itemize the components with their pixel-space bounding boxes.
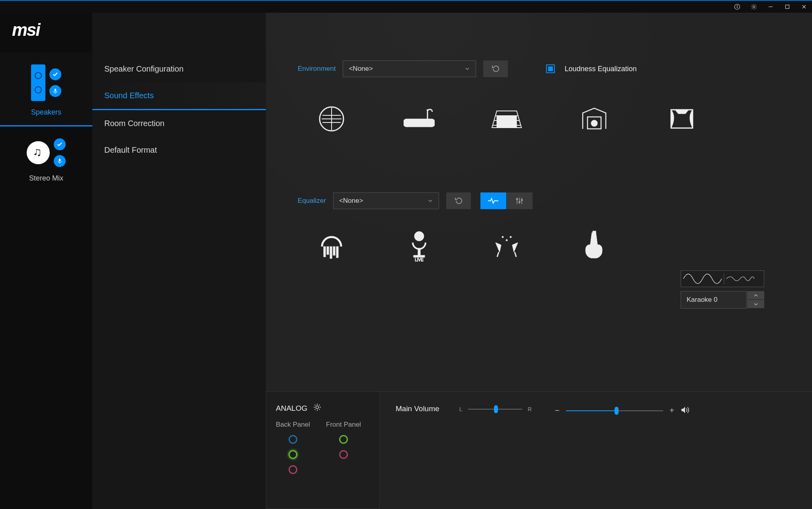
svg-point-2	[737, 5, 738, 6]
environment-row: Environment <None> Loudness Equalization	[298, 60, 788, 77]
device-default-badge[interactable]	[49, 68, 61, 80]
settings-nav: Speaker Configuration Sound Effects Room…	[92, 13, 266, 509]
equalizer-row: Equalizer <None>	[298, 192, 788, 209]
device-speakers[interactable]: Speakers	[0, 52, 92, 126]
device-mic-badge[interactable]	[54, 155, 66, 167]
volume-increase-button[interactable]: +	[669, 406, 675, 415]
eq-preset-club[interactable]	[489, 228, 525, 264]
svg-rect-26	[324, 247, 326, 257]
speaker-icon	[31, 64, 45, 101]
balance-r-label: R	[528, 406, 532, 412]
port-front-pink[interactable]	[339, 450, 348, 459]
svg-rect-29	[333, 247, 335, 255]
svg-rect-27	[327, 247, 329, 254]
svg-point-18	[591, 120, 597, 126]
port-back-pink[interactable]	[289, 465, 297, 474]
equalizer-dropdown[interactable]: <None>	[333, 192, 439, 209]
svg-rect-8	[55, 89, 56, 91]
svg-point-35	[506, 239, 507, 241]
svg-point-37	[510, 236, 511, 238]
env-preset-sewer-pipe[interactable]	[314, 101, 349, 137]
svg-point-24	[519, 201, 520, 203]
env-preset-hangar[interactable]	[576, 101, 612, 137]
karaoke-step-down[interactable]	[747, 300, 764, 309]
minimize-button[interactable]	[766, 2, 775, 12]
environment-reset-button[interactable]	[483, 60, 508, 77]
svg-rect-28	[330, 247, 332, 258]
equalizer-selected: <None>	[339, 197, 363, 205]
device-mic-badge[interactable]	[49, 85, 61, 97]
env-preset-arena[interactable]	[489, 101, 525, 137]
bottom-panel: ANALOG Back Panel Front Panel	[266, 391, 812, 509]
eq-preset-pop[interactable]	[314, 228, 349, 264]
eq-preset-rock[interactable]	[576, 228, 612, 264]
main-volume-slider[interactable]: − .track.fill::before{width:50%;} +	[554, 406, 689, 415]
eq-mode-graphic-button[interactable]	[480, 192, 507, 209]
svg-rect-33	[414, 255, 425, 257]
svg-point-36	[502, 236, 504, 238]
loudness-checkbox[interactable]	[546, 64, 555, 73]
settings-icon[interactable]	[749, 2, 759, 12]
karaoke-value: Karaoke 0	[687, 296, 718, 304]
volume-decrease-button[interactable]: −	[554, 406, 560, 415]
info-icon[interactable]	[732, 2, 742, 12]
eq-preset-live[interactable]: LIVE	[401, 228, 437, 264]
balance-slider[interactable]: L R	[459, 406, 532, 412]
equalizer-presets: LIVE	[314, 228, 788, 264]
back-panel-label: Back Panel	[276, 421, 310, 429]
analog-panel: ANALOG Back Panel Front Panel	[266, 391, 380, 509]
nav-speaker-configuration[interactable]: Speaker Configuration	[92, 56, 266, 82]
close-button[interactable]	[799, 2, 809, 12]
main-panel: Environment <None> Loudness Equalization	[266, 13, 812, 509]
svg-rect-9	[59, 159, 61, 161]
svg-point-3	[753, 6, 755, 8]
port-back-green[interactable]	[289, 450, 297, 459]
environment-dropdown[interactable]: <None>	[343, 60, 476, 77]
equalizer-reset-button[interactable]	[446, 192, 471, 209]
device-label: Speakers	[31, 108, 61, 117]
svg-point-23	[516, 198, 518, 200]
device-label: Stereo Mix	[29, 174, 63, 183]
front-panel-label: Front Panel	[326, 421, 361, 429]
device-default-badge[interactable]	[54, 138, 66, 150]
nav-sound-effects[interactable]: Sound Effects	[92, 82, 266, 110]
karaoke-step-up[interactable]	[747, 291, 764, 300]
environment-presets	[314, 101, 788, 137]
svg-rect-40	[593, 231, 596, 234]
nav-default-format[interactable]: Default Format	[92, 137, 266, 163]
mute-icon[interactable]	[681, 406, 689, 415]
svg-rect-30	[336, 247, 338, 258]
environment-selected: <None>	[349, 65, 373, 73]
eq-mode-sliders-button[interactable]	[507, 192, 533, 209]
karaoke-dropdown[interactable]: Karaoke 0	[681, 291, 747, 309]
svg-line-39	[515, 252, 516, 257]
voice-cancel-waveform	[681, 270, 764, 287]
nav-room-correction[interactable]: Room Correction	[92, 110, 266, 137]
main-volume-label: Main Volume	[396, 404, 439, 413]
port-front-green[interactable]	[339, 435, 348, 444]
svg-rect-5	[786, 5, 789, 9]
equalizer-label: Equalizer	[298, 197, 326, 205]
title-bar	[0, 0, 812, 13]
maximize-button[interactable]	[783, 2, 792, 12]
svg-rect-16	[497, 116, 517, 128]
svg-point-15	[427, 109, 428, 111]
port-back-blue[interactable]	[289, 435, 297, 444]
environment-label: Environment	[298, 65, 336, 73]
svg-rect-32	[418, 248, 420, 255]
svg-point-31	[414, 231, 424, 241]
stereo-mix-icon: ♫	[27, 141, 50, 164]
env-preset-bathroom[interactable]	[401, 101, 437, 137]
svg-point-25	[521, 199, 523, 201]
brand-logo: msi	[0, 20, 92, 52]
analog-settings-icon[interactable]	[313, 403, 322, 414]
svg-point-42	[316, 406, 319, 409]
env-preset-auditorium[interactable]	[664, 101, 700, 137]
device-stereo-mix[interactable]: ♫ Stereo Mix	[0, 126, 92, 191]
loudness-label: Loudness Equalization	[564, 65, 636, 73]
balance-l-label: L	[459, 406, 463, 412]
karaoke-panel: Karaoke 0	[681, 270, 764, 309]
device-sidebar: msi Speakers ♫	[0, 13, 92, 509]
svg-text:LIVE: LIVE	[415, 258, 424, 262]
main-volume-panel: Main Volume L R − .track.fill::before{wi…	[380, 391, 812, 509]
